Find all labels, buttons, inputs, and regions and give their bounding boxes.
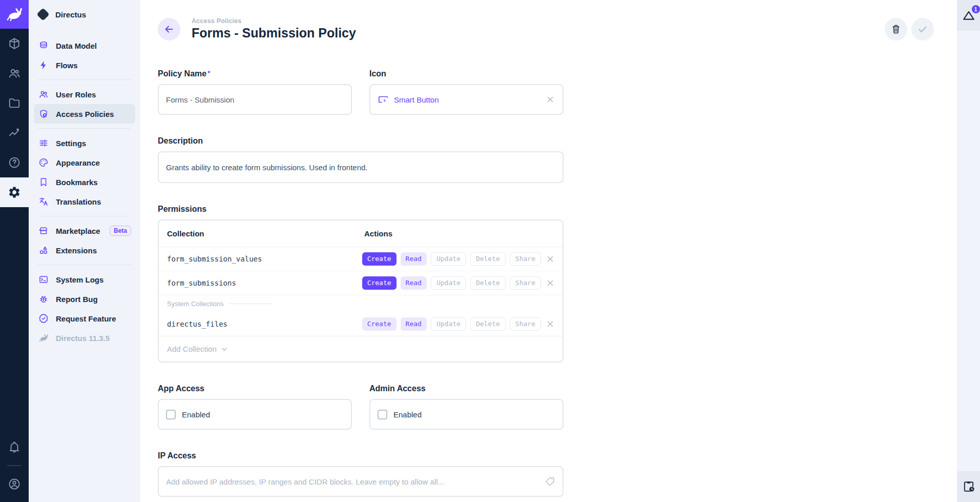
sidebar-item-marketplace[interactable]: MarketplaceBeta <box>34 221 135 240</box>
sidebar-item-data-model[interactable]: Data Model <box>34 36 135 55</box>
delete-button[interactable] <box>885 18 907 41</box>
ip-access-label: IP Access <box>158 451 564 460</box>
divider-line <box>229 304 272 304</box>
shield-lock-icon <box>38 109 49 119</box>
chevron-down-icon <box>220 345 229 354</box>
remove-collection-button[interactable] <box>545 254 555 264</box>
action-badge-share[interactable]: Share <box>510 276 541 290</box>
verified-icon <box>38 313 49 324</box>
save-button[interactable] <box>911 18 934 41</box>
remove-collection-button[interactable] <box>545 319 555 329</box>
ip-access-field: IP Access <box>158 451 564 497</box>
sidebar-item-label: Data Model <box>56 42 97 50</box>
module-files[interactable] <box>0 88 29 118</box>
sidebar-item-label: Marketplace <box>56 227 100 235</box>
action-badge-create[interactable]: Create <box>362 276 397 290</box>
module-docs[interactable] <box>0 148 29 177</box>
module-account[interactable] <box>0 469 29 499</box>
action-badge-delete[interactable]: Delete <box>470 252 506 266</box>
storefront-icon <box>38 226 49 236</box>
admin-access-field: Admin Access Enabled <box>369 384 564 430</box>
x-icon <box>545 278 555 288</box>
icon-field: Icon Smart Button <box>369 69 564 115</box>
sidebar-item-label: User Roles <box>56 90 96 99</box>
directus-logo-button[interactable] <box>0 0 29 29</box>
directus-rabbit-icon <box>6 6 23 23</box>
module-settings[interactable] <box>0 177 29 207</box>
add-collection-label: Add Collection <box>167 345 217 353</box>
module-users[interactable] <box>0 58 29 88</box>
terminal-icon <box>38 274 49 285</box>
system-collections-divider: System Collections <box>159 295 562 312</box>
module-notifications[interactable] <box>0 432 29 462</box>
palette-icon <box>38 157 49 168</box>
action-badge-read[interactable]: Read <box>401 276 427 290</box>
x-icon <box>545 254 555 264</box>
sidebar-item-user-roles[interactable]: User Roles <box>34 85 135 104</box>
check-icon <box>916 23 929 35</box>
notification-count-badge: 1 <box>972 5 980 13</box>
action-badge-update[interactable]: Update <box>431 317 466 331</box>
sidebar-item-bookmarks[interactable]: Bookmarks <box>34 172 135 192</box>
collection-name: form_submission_values <box>159 255 362 263</box>
add-collection-button[interactable]: Add Collection <box>159 336 562 362</box>
sidebar-item-label: Extensions <box>56 246 97 255</box>
sidebar-item-access-policies[interactable]: Access Policies <box>34 104 135 124</box>
notifications-button[interactable]: 1 <box>957 0 980 31</box>
sidebar-item-appearance[interactable]: Appearance <box>34 153 135 172</box>
sidebar-item-label: System Logs <box>56 275 103 284</box>
tag-icon[interactable] <box>545 476 555 487</box>
cube-icon <box>8 37 21 50</box>
header-actions <box>885 18 934 41</box>
app-access-field: App Access Enabled <box>158 384 352 430</box>
nav-divider <box>38 216 131 216</box>
sidebar-item-label: Settings <box>56 139 86 148</box>
sidebar-item-label: Translations <box>56 197 101 206</box>
project-name: Directus <box>55 10 86 19</box>
action-badge-create[interactable]: Create <box>362 252 397 266</box>
nav-divider <box>38 79 131 80</box>
icon-value: Smart Button <box>394 95 540 104</box>
sidebar-item-label: Request Feature <box>56 314 116 323</box>
admin-access-checkbox[interactable] <box>378 410 387 419</box>
page-title: Forms - Submission Policy <box>192 26 356 41</box>
people-icon <box>38 89 49 99</box>
action-badge-update[interactable]: Update <box>431 252 466 266</box>
action-badge-delete[interactable]: Delete <box>470 317 506 331</box>
module-content[interactable] <box>0 29 29 58</box>
action-badge-delete[interactable]: Delete <box>470 276 506 290</box>
action-badge-read[interactable]: Read <box>401 317 427 331</box>
description-input[interactable] <box>166 163 555 172</box>
sidebar-item-translations[interactable]: Translations <box>34 192 135 211</box>
sidebar-item-report-bug[interactable]: Report Bug <box>34 289 135 309</box>
remove-collection-button[interactable] <box>545 278 555 288</box>
project-header[interactable]: Directus <box>29 0 140 29</box>
icon-select[interactable]: Smart Button <box>369 84 564 115</box>
module-bar-divider <box>7 465 22 466</box>
app-access-checkbox[interactable] <box>166 410 176 419</box>
sidebar-item-request-feature[interactable]: Request Feature <box>34 309 135 328</box>
action-badge-update[interactable]: Update <box>431 276 466 290</box>
action-badge-share[interactable]: Share <box>510 252 541 266</box>
sidebar-item-settings[interactable]: Settings <box>34 133 135 153</box>
directus-rabbit-icon <box>38 333 49 343</box>
description-label: Description <box>158 136 564 146</box>
action-badge-share[interactable]: Share <box>510 317 541 331</box>
module-insights[interactable] <box>0 118 29 148</box>
sidebar-item-label: Access Policies <box>56 110 114 118</box>
pending-actions-button[interactable] <box>957 471 980 502</box>
clear-icon-button[interactable] <box>545 94 555 105</box>
policy-name-input[interactable] <box>166 95 344 104</box>
action-badge-create[interactable]: Create <box>362 317 397 331</box>
right-sidebar: 1 <box>957 0 980 502</box>
sidebar-item-flows[interactable]: Flows <box>34 55 135 75</box>
breadcrumb[interactable]: Access Policies <box>192 17 356 25</box>
chart-icon <box>8 126 21 139</box>
ip-access-input[interactable] <box>166 477 545 486</box>
action-badge-read[interactable]: Read <box>401 252 427 266</box>
back-button[interactable] <box>158 18 180 41</box>
bolt-icon <box>38 60 49 70</box>
right-sidebar-spacer <box>957 31 980 471</box>
sidebar-item-extensions[interactable]: Extensions <box>34 240 135 260</box>
sidebar-item-system-logs[interactable]: System Logs <box>34 270 135 289</box>
